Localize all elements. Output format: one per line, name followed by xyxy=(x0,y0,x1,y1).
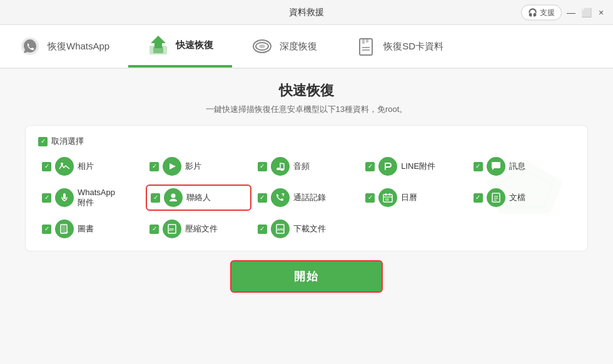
label-whatsapp: WhatsApp附件 xyxy=(78,188,115,207)
label-video: 影片 xyxy=(185,161,201,172)
checkbox-line[interactable] xyxy=(365,162,375,171)
svg-rect-28 xyxy=(62,225,66,232)
checkbox-apk[interactable] xyxy=(258,225,267,234)
item-message[interactable]: 訊息 xyxy=(470,154,575,178)
label-calendar: 日曆 xyxy=(401,193,417,203)
icon-calllog xyxy=(271,188,290,207)
deselect-checkbox[interactable] xyxy=(38,137,48,146)
label-calllog: 通話記錄 xyxy=(293,193,326,203)
item-audio[interactable]: 音頻 xyxy=(254,154,359,178)
svg-text:APK: APK xyxy=(277,228,284,231)
icon-ebook xyxy=(55,220,74,238)
icon-whatsapp xyxy=(55,188,74,207)
icon-calendar: 03 xyxy=(378,188,397,207)
title-bar: 資料救援 🎧 支援 — ⬜ × xyxy=(0,0,613,25)
svg-point-14 xyxy=(276,168,280,170)
checkbox-audio[interactable] xyxy=(258,162,267,171)
svg-point-12 xyxy=(61,163,63,165)
icon-video xyxy=(163,157,181,176)
whatsapp-tab-icon xyxy=(19,35,41,58)
maximize-button[interactable]: ⬜ xyxy=(580,7,592,18)
svg-point-15 xyxy=(280,168,284,171)
tab-quick[interactable]: 快速恢復 xyxy=(128,25,232,68)
item-calendar[interactable]: 03 日曆 xyxy=(362,185,467,211)
checkbox-message[interactable] xyxy=(474,162,483,171)
items-card: 取消選擇 相片 xyxy=(25,125,588,251)
checkbox-zip[interactable] xyxy=(149,225,159,234)
close-button[interactable]: × xyxy=(595,7,607,18)
icon-audio xyxy=(271,157,290,176)
start-button[interactable]: 開始 xyxy=(230,260,383,293)
checkbox-document[interactable] xyxy=(474,193,483,203)
checkbox-ebook[interactable] xyxy=(42,225,51,234)
nav-tabs: 恢復WhatsApp 快速恢復 深度恢復 xyxy=(0,25,613,69)
tab-sdcard-label: 恢復SD卡資料 xyxy=(383,41,443,53)
item-ebook[interactable]: 圖書 xyxy=(38,217,143,241)
svg-rect-9 xyxy=(366,39,368,43)
tab-whatsapp[interactable]: 恢復WhatsApp xyxy=(0,25,128,68)
item-photo[interactable]: 相片 xyxy=(38,154,143,178)
icon-line xyxy=(378,157,397,176)
svg-text:03: 03 xyxy=(385,198,389,201)
checkbox-photo[interactable] xyxy=(42,162,51,171)
section-title: 快速恢復 xyxy=(25,81,588,100)
item-zip[interactable]: ZIP 壓縮文件 xyxy=(146,217,251,241)
deselect-row: 取消選擇 xyxy=(38,136,575,147)
icon-message xyxy=(487,157,505,176)
icon-document xyxy=(487,188,505,207)
item-whatsapp[interactable]: WhatsApp附件 xyxy=(38,185,143,211)
tab-sdcard[interactable]: 恢復SD卡資料 xyxy=(336,25,462,68)
svg-point-16 xyxy=(171,194,176,198)
svg-point-6 xyxy=(259,44,265,48)
app-title: 資料救援 xyxy=(289,7,324,18)
svg-marker-13 xyxy=(170,163,176,169)
label-photo: 相片 xyxy=(78,161,94,172)
icon-apk: APK xyxy=(271,220,290,238)
icon-zip: ZIP xyxy=(163,220,181,238)
item-line[interactable]: LINE附件 xyxy=(362,154,467,178)
label-zip: 壓縮文件 xyxy=(185,224,218,235)
minimize-button[interactable]: — xyxy=(565,7,577,18)
label-audio: 音頻 xyxy=(293,161,310,172)
sdcard-tab-icon xyxy=(355,35,377,58)
icon-photo xyxy=(55,157,74,176)
tab-quick-label: 快速恢復 xyxy=(176,39,213,51)
svg-rect-22 xyxy=(492,193,500,202)
item-apk[interactable]: APK 下載文件 xyxy=(254,217,359,241)
checkbox-contact[interactable] xyxy=(151,193,160,203)
label-ebook: 圖書 xyxy=(78,224,94,235)
svg-rect-3 xyxy=(153,47,163,53)
deselect-label: 取消選擇 xyxy=(51,136,84,147)
tab-deep-label: 深度恢復 xyxy=(280,41,317,53)
section-desc: 一鍵快速掃描恢復任意安卓機型以下13種資料，免root。 xyxy=(25,104,588,115)
item-contact[interactable]: 聯絡人 xyxy=(146,185,251,211)
svg-text:ZIP: ZIP xyxy=(169,228,174,231)
checkbox-whatsapp[interactable] xyxy=(42,193,51,203)
item-video[interactable]: 影片 xyxy=(146,154,251,178)
main-content: 快速恢復 一鍵快速掃描恢復任意安卓機型以下13種資料，免root。 取消選擇 相… xyxy=(0,69,613,364)
label-message: 訊息 xyxy=(509,161,525,172)
deep-tab-icon xyxy=(251,35,273,58)
tab-deep[interactable]: 深度恢復 xyxy=(232,25,336,68)
checkbox-video[interactable] xyxy=(149,162,159,171)
items-grid: 相片 影片 xyxy=(38,154,575,241)
support-button[interactable]: 🎧 支援 xyxy=(521,4,562,20)
quick-tab-icon xyxy=(147,34,170,57)
svg-rect-8 xyxy=(362,39,365,44)
label-document: 文檔 xyxy=(509,193,525,203)
label-apk: 下載文件 xyxy=(293,224,326,235)
label-contact: 聯絡人 xyxy=(186,193,211,203)
item-document[interactable]: 文檔 xyxy=(470,185,575,211)
label-line: LINE附件 xyxy=(401,161,435,172)
checkbox-calllog[interactable] xyxy=(258,193,267,203)
window-controls: 🎧 支援 — ⬜ × xyxy=(521,4,607,20)
tab-whatsapp-label: 恢復WhatsApp xyxy=(48,41,109,53)
headset-icon: 🎧 xyxy=(528,8,537,17)
icon-contact xyxy=(164,188,183,207)
start-button-wrap: 開始 xyxy=(25,260,588,293)
item-calllog[interactable]: 通話記錄 xyxy=(254,185,359,211)
checkbox-calendar[interactable] xyxy=(365,193,375,203)
